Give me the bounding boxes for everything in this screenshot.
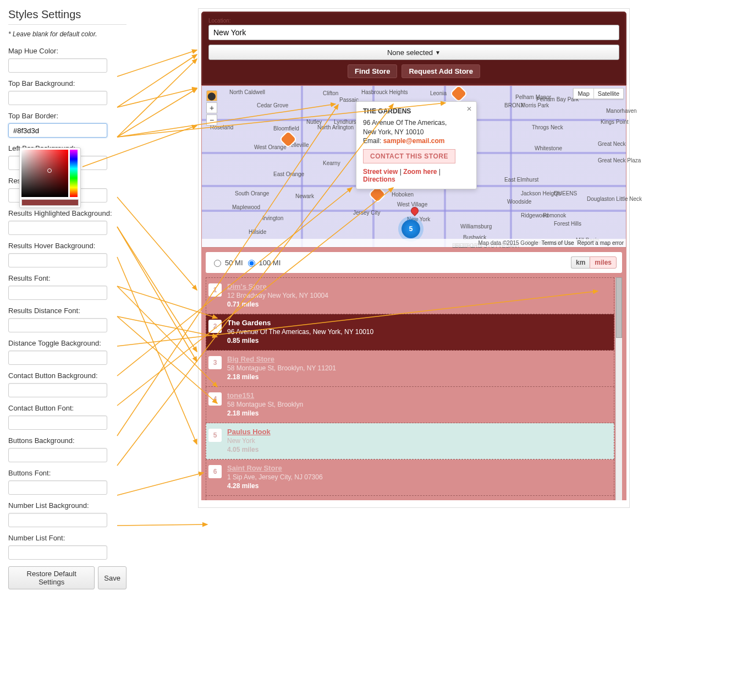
map-place-label: Bloomfield <box>273 125 299 132</box>
field-label: Results Distance Font: <box>8 307 127 315</box>
infobox-title: THE GARDENS <box>363 107 468 115</box>
street-view-link[interactable]: Street view <box>363 168 398 176</box>
store-address: 58 Montague St, Brooklyn <box>227 401 609 408</box>
map-type-satellite[interactable]: Satellite <box>593 88 624 99</box>
color-picker-hue[interactable] <box>70 150 78 197</box>
field-label: Number List Font: <box>8 534 127 542</box>
list-item[interactable]: 2The Gardens96 Avenue Of The Americas, N… <box>206 314 614 351</box>
map-place-label: East Orange <box>273 171 304 177</box>
map-place-label: Pelham Bay Park <box>536 96 579 102</box>
zoom-here-link[interactable]: Zoom here <box>403 168 437 176</box>
store-name[interactable]: Big Red Store <box>227 355 609 363</box>
field-label: Top Bar Background: <box>8 79 127 88</box>
unit-miles[interactable]: miles <box>590 256 617 269</box>
store-distance: 0.85 miles <box>227 337 609 344</box>
request-add-store-button[interactable]: Request Add Store <box>402 64 480 78</box>
radius-100[interactable] <box>248 260 255 267</box>
map-place-label: Kings Point <box>601 119 629 125</box>
store-distance: 4.05 miles <box>227 446 609 453</box>
store-distance: 2.18 miles <box>227 409 609 417</box>
map-place-label: Morris Park <box>521 102 549 108</box>
list-item[interactable]: 3Big Red Store58 Montague St, Brooklyn, … <box>206 351 614 387</box>
map-place-label: Forest Hills <box>554 221 581 227</box>
color-input[interactable] <box>8 351 107 365</box>
pegman-icon[interactable]: ⬤ <box>206 90 217 101</box>
list-item[interactable]: 1Dim's Store12 Broadway New York, NY 100… <box>206 277 614 314</box>
store-distance: 2.18 miles <box>227 373 609 381</box>
map-place-label: Leonia <box>430 90 447 96</box>
color-input[interactable] <box>8 286 107 300</box>
hint-text: * Leave blank for default color. <box>8 30 127 38</box>
page-title: Styles Settings <box>8 8 127 25</box>
svg-line-8 <box>117 197 197 290</box>
color-input[interactable] <box>8 221 107 235</box>
store-name[interactable]: Saint Row Store <box>227 464 609 472</box>
zoom-in-button[interactable]: + <box>206 102 217 113</box>
map-place-label: Hillside <box>249 229 266 235</box>
list-item[interactable]: 5Paulus HookNew York4.05 miles <box>206 423 614 460</box>
map-type-toggle[interactable]: Map Satellite <box>573 88 624 99</box>
list-item[interactable]: 7Steakhouse Restaurant9 W 49th St, New Y… <box>206 496 614 500</box>
color-input[interactable] <box>8 91 107 105</box>
unit-toggle[interactable]: km miles <box>571 256 617 269</box>
map-infobox: ✕ THE GARDENS 96 Avenue Of The Americas,… <box>356 101 477 189</box>
scrollbar-thumb[interactable] <box>616 277 622 338</box>
close-icon[interactable]: ✕ <box>466 105 472 113</box>
store-name[interactable]: Dim's Store <box>227 282 609 291</box>
color-picker-sv[interactable] <box>21 150 68 197</box>
save-button[interactable]: Save <box>98 566 127 589</box>
store-address: New York <box>227 437 609 445</box>
color-input[interactable] <box>8 383 107 397</box>
field-label: Results Highlighted Background: <box>8 209 127 217</box>
color-input[interactable] <box>8 448 107 462</box>
map-place-label: Lyndhurst <box>334 119 358 125</box>
restore-button[interactable]: Restore Default Settings <box>8 566 95 589</box>
store-pin-icon[interactable] <box>449 84 468 103</box>
color-input[interactable] <box>8 415 107 430</box>
color-input[interactable] <box>8 123 107 138</box>
svg-line-21 <box>117 473 204 495</box>
color-picker[interactable] <box>19 147 81 208</box>
map-place-label: Williamsburg <box>460 223 492 229</box>
map-place-label: Throgs Neck <box>532 124 563 130</box>
find-store-button[interactable]: Find Store <box>348 64 397 78</box>
svg-line-0 <box>117 50 197 76</box>
list-item[interactable]: 6Saint Row Store1 Sip Ave, Jersey City, … <box>206 460 614 496</box>
map[interactable]: North CaldwellCliftonPassaicHasbrouck He… <box>201 85 626 248</box>
category-select[interactable]: None selected ▼ <box>208 45 619 60</box>
color-input[interactable] <box>8 318 107 332</box>
map-place-label: Kearny <box>323 160 340 166</box>
map-place-label: West Orange <box>254 144 287 150</box>
map-place-label: North Caldwell <box>229 89 265 95</box>
zoom-out-button[interactable]: − <box>206 114 217 125</box>
map-place-label: Jackson Heights <box>521 190 561 196</box>
map-type-map[interactable]: Map <box>573 88 593 99</box>
search-input[interactable] <box>208 25 619 40</box>
list-number: 5 <box>208 429 222 442</box>
radius-bar: 50 MI 100 MI km miles <box>206 252 622 273</box>
scrollbar[interactable] <box>615 277 622 500</box>
store-address: 12 Broadway New York, NY 10004 <box>227 292 609 299</box>
field-label: Results Font: <box>8 274 127 282</box>
contact-store-button[interactable]: CONTACT THIS STORE <box>363 149 455 163</box>
color-input[interactable] <box>8 545 107 560</box>
unit-km[interactable]: km <box>571 256 590 269</box>
color-input[interactable] <box>8 513 107 527</box>
infobox-email-link[interactable]: sample@email.com <box>383 137 445 145</box>
map-place-label: Pomonok <box>543 212 566 218</box>
map-place-label: Maplewood <box>232 204 260 210</box>
color-input[interactable] <box>8 58 107 73</box>
field-label: Number List Background: <box>8 501 127 510</box>
store-name[interactable]: The Gardens <box>227 319 609 327</box>
list-number: 6 <box>208 465 222 478</box>
color-input[interactable] <box>8 480 107 495</box>
list-item[interactable]: 4tone15158 Montague St, Brooklyn2.18 mil… <box>206 387 614 423</box>
store-name[interactable]: Paulus Hook <box>227 428 609 436</box>
radius-50[interactable] <box>214 260 221 267</box>
cluster-marker[interactable]: 5 <box>402 220 420 238</box>
directions-link[interactable]: Directions <box>363 176 395 183</box>
color-input[interactable] <box>8 253 107 267</box>
list-number: 4 <box>208 392 222 406</box>
store-name[interactable]: tone151 <box>227 391 609 400</box>
field-label: Contact Button Font: <box>8 404 127 412</box>
